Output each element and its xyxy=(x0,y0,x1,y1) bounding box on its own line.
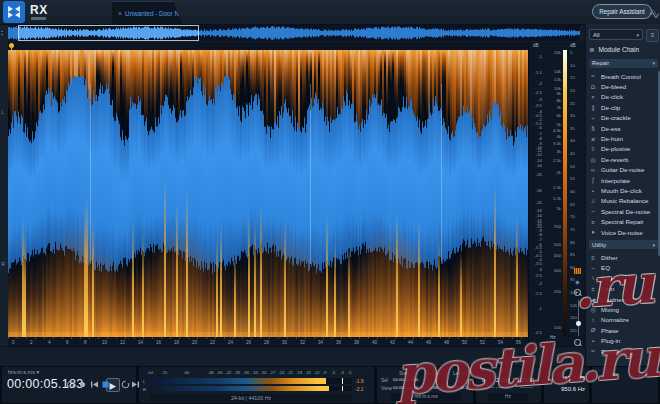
module-menu-button[interactable]: ≡ xyxy=(646,29,659,42)
module-item-interpolate[interactable]: ∫Interpolate xyxy=(589,175,658,185)
channel-label-left[interactable]: L xyxy=(2,110,5,115)
top-bar: RX × Unwanted - Door Number Two.wav Repa… xyxy=(0,0,660,25)
selection-row-label: Sel xyxy=(381,377,388,383)
time-tick-label: 44 xyxy=(408,340,413,345)
module-item-de-hum[interactable]: øDe-hum xyxy=(589,133,658,143)
module-item-normalize[interactable]: ↕Normalize xyxy=(589,315,658,325)
record-button[interactable] xyxy=(78,380,87,389)
freq-label: 100 xyxy=(545,325,561,330)
spectrogram-color-legend[interactable] xyxy=(563,50,567,336)
selection-unit-label[interactable]: hrs:m:s.ms xyxy=(391,393,461,401)
module-item-loudness-control[interactable]: ◀Loudness Control xyxy=(589,294,658,304)
frequency-divider xyxy=(520,387,533,388)
module-item-eq[interactable]: ~EQ xyxy=(589,263,658,273)
module-item-de-click[interactable]: ×De-click xyxy=(589,92,658,102)
time-ruler[interactable]: 0246810121416182022242628303234363840424… xyxy=(8,337,528,346)
freq-label: 8k xyxy=(545,98,561,103)
module-item-plug-in[interactable]: ▪Plug-in xyxy=(589,336,658,346)
module-item-de-crackle[interactable]: ÷De-crackle xyxy=(589,113,658,123)
time-format-label[interactable]: hrs:m:s.ms ▾ xyxy=(8,369,39,375)
module-item-gain[interactable]: ±Gain xyxy=(589,284,658,294)
frequency-value: 0 xyxy=(482,377,485,383)
module-item-mouth-de-click[interactable]: •Mouth De-click xyxy=(589,185,658,195)
frequency-unit-label[interactable]: Hz xyxy=(488,393,528,401)
list-icon: ≣ xyxy=(589,46,594,54)
play-button[interactable] xyxy=(108,382,117,391)
legend-label: 30 xyxy=(570,113,575,118)
state-label[interactable]: State xyxy=(606,371,619,377)
time-tick-label: 38 xyxy=(354,340,359,345)
legend-unit: dB xyxy=(570,43,576,48)
meter-bar-right[interactable] xyxy=(150,386,352,392)
module-filter-select[interactable]: All ▾ xyxy=(589,29,643,40)
legend-zoom-slider[interactable] xyxy=(578,300,579,336)
file-overview-waveform[interactable] xyxy=(8,25,580,41)
headphones-icon[interactable] xyxy=(66,380,75,389)
meter-scale-label: -24 xyxy=(278,370,284,375)
module-item-music-rebalance[interactable]: ♫Music Rebalance xyxy=(589,196,658,206)
module-item-guitar-de-noise[interactable]: ∞Guitar De-noise xyxy=(589,165,658,175)
time-tick-label: 30 xyxy=(282,340,287,345)
module-item-de-plosive[interactable]: ◊De-plosive xyxy=(589,144,658,154)
go-to-start-button[interactable] xyxy=(90,380,99,389)
legend-label: 110 xyxy=(570,315,577,320)
legend-zoom-in-icon[interactable]: + xyxy=(574,289,581,296)
module-item-de-ess[interactable]: §De-ess xyxy=(589,123,658,133)
legend-zoom-slider-knob[interactable] xyxy=(576,321,581,326)
spectrogram-display[interactable] xyxy=(8,50,528,337)
freq-label: 20k xyxy=(545,50,561,55)
module-item-de-reverb[interactable]: ◎De-reverb xyxy=(589,154,658,164)
module-item-de-clip[interactable]: ∥De-clip xyxy=(589,102,658,112)
legend-settings-icon[interactable]: ◈ xyxy=(575,278,580,285)
tab-close-icon[interactable]: × xyxy=(118,10,122,17)
module-item-voice-de-noise[interactable]: ♦Voice De-noise xyxy=(589,227,658,237)
voice-de-noise-icon: ♦ xyxy=(589,229,597,235)
file-tab[interactable]: × Unwanted - Door Number Two.wav xyxy=(112,1,182,24)
overview-resize-icon[interactable]: ▴▾ xyxy=(1,29,3,36)
meter-scale-label: -48 xyxy=(208,370,214,375)
breath-control-icon: ≈ xyxy=(589,73,597,79)
module-chain-item[interactable]: ≣ Module Chain xyxy=(589,44,658,55)
spectrogram-mode-icon[interactable] xyxy=(574,268,581,274)
module-item-label: De-ess xyxy=(601,125,621,132)
time-tick-label: 56 xyxy=(516,340,521,345)
meter-scale-label: -6 xyxy=(331,370,335,375)
time-tick-label: 26 xyxy=(246,340,251,345)
module-item-label: Dither xyxy=(601,254,618,261)
legend-zoom-out-icon[interactable]: - xyxy=(574,339,581,346)
freq-ruler-unit: Hz xyxy=(550,335,556,340)
amp-label: -12 xyxy=(529,152,542,157)
amp-label: -2 xyxy=(529,81,542,86)
time-tick-label: 46 xyxy=(426,340,431,345)
frequency-divider xyxy=(482,387,495,388)
module-item-phase[interactable]: ØPhase xyxy=(589,325,658,335)
module-item-spectral-repair[interactable]: ¤Spectral Repair xyxy=(589,217,658,227)
meters-panel[interactable]: -Inf-70-60-48-45-42-39-36-33-30-27-24-21… xyxy=(139,367,374,403)
module-item-dither[interactable]: ≡Dither xyxy=(589,252,658,262)
loop-button[interactable] xyxy=(121,380,130,389)
time-tick-label: 14 xyxy=(138,340,143,345)
module-item-resample[interactable]: ≈Resample xyxy=(589,346,658,356)
channel-label-right[interactable]: R xyxy=(2,262,5,267)
section-header-repair[interactable]: Repair▾ xyxy=(589,59,658,69)
amp-label: -1 xyxy=(529,306,542,311)
module-item-mixing[interactable]: ◎Mixing xyxy=(589,304,658,314)
amp-label: -6 xyxy=(529,125,542,130)
freq-label: 700 xyxy=(545,224,561,229)
meter-bar-left[interactable] xyxy=(150,378,352,384)
module-item-de-bleed[interactable]: ΩDe-bleed xyxy=(589,81,658,91)
legend-label: 55 xyxy=(570,176,575,181)
freq-label: 10k xyxy=(545,86,561,91)
repair-assistant-button[interactable]: Repair Assistant xyxy=(592,4,652,19)
gain-icon: ± xyxy=(589,286,597,292)
selection-value: 00:00:58.181 xyxy=(421,385,446,390)
module-item-spectral-de-noise[interactable]: ~Spectral De-noise xyxy=(589,206,658,216)
amp-label: -20 xyxy=(529,172,542,177)
amp-label: -16 xyxy=(529,163,542,168)
app-logo-text: RX xyxy=(30,3,48,17)
module-item-breath-control[interactable]: ≈Breath Control xyxy=(589,71,658,81)
module-item-fade[interactable]: \Fade xyxy=(589,273,658,283)
section-header-utility[interactable]: Utility▾ xyxy=(589,240,658,250)
mixing-icon: ◎ xyxy=(589,306,597,313)
freq-label: 1k xyxy=(545,206,561,211)
